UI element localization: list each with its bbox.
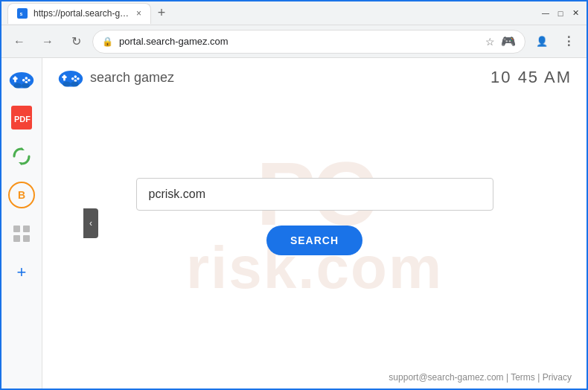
tab-area: s https://portal.search-gamez.com × + xyxy=(7,3,172,24)
lock-icon: 🔒 xyxy=(102,36,113,47)
active-tab[interactable]: s https://portal.search-gamez.com × xyxy=(7,3,151,24)
page-footer: support@search-gamez.com | Terms | Priva… xyxy=(42,366,587,389)
new-tab-button[interactable]: + xyxy=(151,3,172,24)
svg-rect-18 xyxy=(23,235,30,242)
more-button[interactable]: ⋮ xyxy=(557,30,581,54)
title-bar: s https://portal.search-gamez.com × + xyxy=(1,1,587,25)
search-area: SEARCH xyxy=(42,67,587,366)
chevron-left-icon: ‹ xyxy=(89,218,92,228)
svg-point-10 xyxy=(22,83,30,88)
svg-rect-15 xyxy=(13,226,20,232)
extension-icon[interactable]: 🎮 xyxy=(501,34,516,48)
apps-icon xyxy=(12,224,31,243)
svg-point-9 xyxy=(13,83,22,88)
svg-rect-4 xyxy=(13,77,17,80)
tab-close-button[interactable]: × xyxy=(136,8,141,19)
window-controls xyxy=(540,8,581,19)
page-content: PC risk.com xyxy=(42,58,587,389)
sidebar-sync[interactable] xyxy=(8,143,35,170)
forward-icon: → xyxy=(42,35,54,48)
svg-text:PDF: PDF xyxy=(14,115,31,124)
search-input-wrapper xyxy=(136,178,493,211)
svg-marker-14 xyxy=(19,162,22,165)
browser-sidebar: PDF B xyxy=(1,58,42,389)
svg-point-5 xyxy=(25,77,28,80)
refresh-icon: ↻ xyxy=(71,34,81,48)
sidebar-btc[interactable]: B xyxy=(8,182,35,208)
nav-bar-right: 👤 ⋮ xyxy=(530,30,581,54)
browser-content: PDF B xyxy=(1,58,587,389)
tab-title: https://portal.search-gamez.com xyxy=(33,8,130,19)
sidebar-collapse-button[interactable]: ‹ xyxy=(83,208,98,238)
back-button[interactable]: ← xyxy=(7,30,31,54)
btc-label: B xyxy=(18,189,25,201)
sidebar-apps[interactable] xyxy=(8,220,35,247)
svg-point-6 xyxy=(28,79,31,82)
gamepad-icon xyxy=(8,65,35,92)
privacy-link[interactable]: Privacy xyxy=(543,372,572,383)
bookmark-icon[interactable]: ☆ xyxy=(485,36,495,48)
tab-favicon: s xyxy=(17,8,28,19)
sync-icon xyxy=(11,146,32,167)
profile-button[interactable]: 👤 xyxy=(530,30,554,54)
sidebar-add[interactable]: + xyxy=(8,259,35,286)
maximize-button[interactable] xyxy=(555,8,566,19)
search-input[interactable] xyxy=(136,178,493,211)
svg-rect-17 xyxy=(13,235,20,242)
browser-window: s https://portal.search-gamez.com × + ← … xyxy=(0,0,588,390)
svg-rect-16 xyxy=(23,226,30,232)
address-bar-actions: ☆ 🎮 xyxy=(485,34,516,48)
tab-strip: s https://portal.search-gamez.com × + xyxy=(7,3,172,24)
pdf-icon: PDF xyxy=(11,106,32,130)
search-button[interactable]: SEARCH xyxy=(266,226,362,255)
refresh-button[interactable]: ↻ xyxy=(64,30,88,54)
support-email-link[interactable]: support@search-gamez.com xyxy=(389,372,503,383)
nav-bar: ← → ↻ 🔒 portal.search-gamez.com ☆ 🎮 👤 ⋮ xyxy=(1,25,587,58)
sidebar-pdf[interactable]: PDF xyxy=(8,104,35,131)
add-icon: + xyxy=(17,263,27,282)
address-text: portal.search-gamez.com xyxy=(119,36,479,47)
back-icon: ← xyxy=(13,35,25,48)
sidebar-logo[interactable] xyxy=(8,65,35,92)
close-button[interactable] xyxy=(570,8,581,19)
svg-text:s: s xyxy=(20,11,23,16)
svg-marker-13 xyxy=(22,147,25,150)
address-bar[interactable]: 🔒 portal.search-gamez.com ☆ 🎮 xyxy=(92,30,525,54)
forward-button[interactable]: → xyxy=(36,30,60,54)
svg-point-7 xyxy=(22,79,25,82)
terms-link[interactable]: Terms xyxy=(511,372,535,383)
minimize-button[interactable] xyxy=(540,8,551,19)
